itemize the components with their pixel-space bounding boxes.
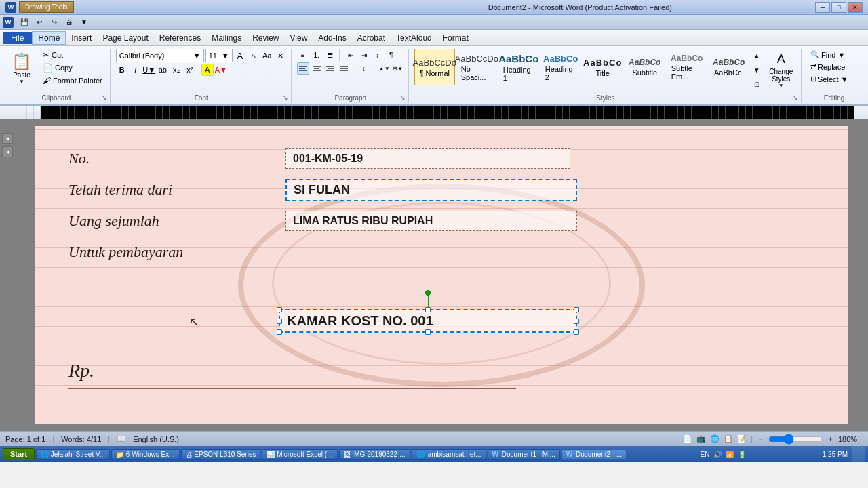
font-expand[interactable]: ↘ xyxy=(281,94,290,102)
handle-bottom-middle[interactable] xyxy=(425,329,431,335)
align-right-button[interactable] xyxy=(324,62,336,75)
handle-bottom-left[interactable] xyxy=(277,329,282,335)
font-name-arrow[interactable]: ▼ xyxy=(193,52,201,60)
document-area[interactable]: ◂ ◂ No. 001-KM-05-19 Telah terima dari xyxy=(0,119,868,431)
paragraph-expand[interactable]: ↘ xyxy=(399,94,407,102)
borders-button[interactable]: ⊞▼ xyxy=(392,62,404,75)
volume-icon[interactable]: 🔊 xyxy=(713,449,722,459)
numbering-button[interactable]: 1. xyxy=(311,49,323,61)
cut-button[interactable]: ✂ Cut xyxy=(39,49,106,61)
kamar-textbox[interactable]: KAMAR KOST NO. 001 xyxy=(279,309,577,333)
styles-expand[interactable]: ↘ xyxy=(791,94,800,102)
maximize-button[interactable]: □ xyxy=(831,2,846,13)
style-intense[interactable]: AaBbCo AaBbCc. xyxy=(709,49,749,85)
language-status[interactable]: English (U.S.) xyxy=(133,435,179,443)
style-no-spacing[interactable]: AaBbCcDo No Spaci... xyxy=(456,49,497,85)
bullets-button[interactable]: ≡ xyxy=(297,49,309,61)
line-spacing-button[interactable]: ↕ xyxy=(358,62,370,75)
taskbar-epson[interactable]: 🖨 EPSON L310 Series xyxy=(181,449,261,460)
justify-button[interactable] xyxy=(338,62,350,75)
start-button[interactable]: Start xyxy=(3,448,35,460)
show-desktop-button[interactable] xyxy=(852,446,865,462)
sort-button[interactable]: ↕ xyxy=(372,49,384,61)
quick-access-dropdown[interactable]: ▼ xyxy=(77,16,91,28)
zoom-slider[interactable] xyxy=(768,435,823,443)
handle-middle-right[interactable] xyxy=(574,319,579,324)
shrink-font-button[interactable]: A xyxy=(248,49,260,62)
taskbar-excel[interactable]: 📊 Microsoft Excel (... xyxy=(262,449,337,460)
show-pilcrow-button[interactable]: ¶ xyxy=(385,49,397,61)
zoom-out-btn[interactable]: － xyxy=(757,434,764,444)
underline-button[interactable]: U▼ xyxy=(143,64,155,76)
review-tab[interactable]: Review xyxy=(247,32,284,44)
view-tab[interactable]: View xyxy=(285,32,313,44)
shading-button[interactable]: ▲▼ xyxy=(378,62,391,75)
add-ins-tab[interactable]: Add-Ins xyxy=(313,32,351,44)
styles-scroll-down[interactable]: ▼ xyxy=(751,63,763,77)
superscript-button[interactable]: x² xyxy=(184,64,196,76)
format-tab[interactable]: Format xyxy=(437,32,474,44)
handle-middle-left[interactable] xyxy=(277,319,282,324)
textaloud-tab[interactable]: TextAloud xyxy=(391,32,437,44)
style-normal[interactable]: AaBbCcDo ¶ Normal xyxy=(414,49,455,85)
align-left-button[interactable] xyxy=(297,62,309,75)
undo-button[interactable]: ↩ xyxy=(33,16,46,28)
align-center-button[interactable] xyxy=(311,62,323,75)
close-button[interactable]: ✕ xyxy=(848,2,863,13)
acrobat-tab[interactable]: Acrobat xyxy=(352,32,391,44)
zoom-in-btn[interactable]: ＋ xyxy=(827,434,834,444)
font-size-select[interactable]: 11 ▼ xyxy=(205,49,233,62)
replace-button[interactable]: ⇄ Replace xyxy=(807,61,861,73)
handle-top-left[interactable] xyxy=(277,307,282,312)
references-tab[interactable]: References xyxy=(154,32,206,44)
increase-indent-button[interactable]: ⇥ xyxy=(358,49,370,61)
save-button[interactable]: 💾 xyxy=(18,16,31,28)
handle-top-middle[interactable] xyxy=(425,307,431,312)
grow-font-button[interactable]: A xyxy=(234,49,246,62)
receipt-dari-field[interactable]: SI FULAN xyxy=(285,179,577,201)
insert-tab[interactable]: Insert xyxy=(66,32,97,44)
spell-check-icon[interactable]: 📖 xyxy=(117,434,126,443)
strikethrough-button[interactable]: ab xyxy=(157,64,169,76)
titlebar-controls[interactable]: ─ □ ✕ xyxy=(815,2,863,13)
styles-expand[interactable]: ⊡ xyxy=(751,77,763,91)
view-web-btn[interactable]: 🌐 xyxy=(710,434,719,443)
page-layout-tab[interactable]: Page Layout xyxy=(97,32,153,44)
font-name-select[interactable]: Calibri (Body) ▼ xyxy=(116,49,204,62)
change-styles-arrow[interactable]: ▼ xyxy=(778,83,784,89)
receipt-no-field[interactable]: 001-KM-05-19 xyxy=(285,148,570,169)
clipboard-expand[interactable]: ↘ xyxy=(100,94,108,102)
style-title[interactable]: AaBbCo Title xyxy=(583,49,623,85)
find-button[interactable]: 🔍 Find ▼ xyxy=(807,49,861,60)
minimize-button[interactable]: ─ xyxy=(815,2,830,13)
clear-format-button[interactable]: ✕ xyxy=(275,49,287,62)
taskbar-doc1[interactable]: W Document1 - Mi... xyxy=(488,449,560,460)
format-painter-button[interactable]: 🖌 Format Painter xyxy=(39,75,106,87)
text-highlight-button[interactable]: A xyxy=(201,64,214,76)
taskbar-img[interactable]: 🖼 IMG-20190322-... xyxy=(339,449,410,460)
view-draft-btn[interactable]: 📝 xyxy=(737,434,747,443)
taskbar-doc2[interactable]: W Document2 - ... xyxy=(561,449,627,460)
multilevel-button[interactable]: ≣ xyxy=(324,49,336,61)
bold-button[interactable]: B xyxy=(116,64,128,76)
copy-button[interactable]: 📄 Copy xyxy=(39,62,106,74)
paste-dropdown[interactable]: ▼ xyxy=(19,79,24,85)
zoom-level[interactable]: 180% xyxy=(838,435,863,443)
subscript-button[interactable]: x₂ xyxy=(170,64,182,76)
style-heading2[interactable]: AaBbCo Heading 2 xyxy=(540,49,581,85)
font-size-arrow[interactable]: ▼ xyxy=(222,52,229,60)
italic-button[interactable]: I xyxy=(130,64,142,76)
left-margin-button2[interactable]: ◂ xyxy=(2,146,13,157)
change-styles-button[interactable]: A Change Styles ▼ xyxy=(764,49,798,92)
view-print-btn[interactable]: 📄 xyxy=(683,434,692,443)
network-icon[interactable]: 📶 xyxy=(725,449,734,459)
receipt-uang-field[interactable]: LIMA RATUS RIBU RUPIAH xyxy=(285,211,577,231)
view-fullscreen-btn[interactable]: 📺 xyxy=(696,434,706,443)
file-menu[interactable]: File xyxy=(3,32,32,44)
home-tab[interactable]: Home xyxy=(32,31,66,45)
handle-top-right[interactable] xyxy=(574,307,579,312)
handle-bottom-right[interactable] xyxy=(574,329,579,335)
decrease-indent-button[interactable]: ⇤ xyxy=(344,49,357,61)
taskbar-street-v[interactable]: 🌐 Jelajahi Street V... xyxy=(36,449,110,460)
left-margin-button1[interactable]: ◂ xyxy=(2,133,13,144)
